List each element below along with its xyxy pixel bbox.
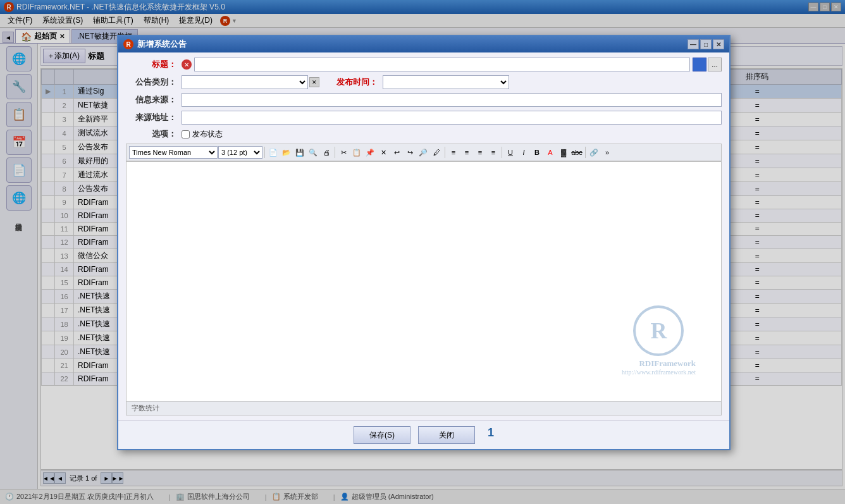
editor-btn-cut[interactable]: ✂ (337, 147, 350, 158)
source-url-input[interactable] (182, 111, 722, 125)
title-clear-btn[interactable]: ✕ (182, 59, 192, 70)
editor-btn-italic[interactable]: I (517, 147, 530, 158)
word-count-bar: 字数统计 (126, 402, 722, 415)
dialog-buttons: 保存(S) 关闭 1 (118, 421, 729, 449)
toolbar-sep-1 (264, 147, 265, 158)
dialog-close[interactable]: ✕ (713, 39, 724, 49)
dialog-maximize[interactable]: □ (700, 39, 712, 49)
watermark-text1: RDIFramework (622, 359, 696, 369)
title-color-btn[interactable] (693, 58, 706, 71)
dialog-title-icon: R (123, 39, 133, 49)
options-label: 选项： (126, 128, 176, 140)
editor-btn-justify[interactable]: ≡ (487, 147, 500, 158)
editor-btn-underline[interactable]: U (504, 147, 517, 158)
editor-btn-font-color[interactable]: A (544, 147, 557, 158)
editor-btn-save[interactable]: 💾 (293, 147, 306, 158)
watermark-logo: R (633, 305, 684, 356)
editor-btn-print[interactable]: 🖨 (320, 147, 333, 158)
close-button-dialog[interactable]: 关闭 (418, 426, 475, 444)
editor-btn-strikethrough[interactable]: abc (571, 147, 583, 158)
dialog-form: 标题： ✕ … 公告类别： ✕ 发布时间： (118, 52, 729, 421)
dialog-minimize[interactable]: — (688, 39, 699, 49)
editor-btn-open[interactable]: 📂 (280, 147, 293, 158)
new-announcement-dialog: R 新增系统公告 — □ ✕ 标题： ✕ … 公告类别： (117, 35, 731, 450)
dialog-title-bar: R 新增系统公告 — □ ✕ (118, 36, 729, 52)
editor-btn-paint[interactable]: 🖊 (430, 147, 443, 158)
publish-time-combobox (383, 75, 509, 89)
source-input[interactable] (182, 93, 722, 107)
publish-status-checkbox[interactable] (182, 130, 190, 138)
editor-btn-align-left[interactable]: ≡ (447, 147, 460, 158)
title-dots-btn[interactable]: … (708, 58, 722, 71)
title-label: 标题： (126, 59, 176, 70)
toolbar-sep-2 (335, 147, 335, 158)
editor-btn-paste[interactable]: 📌 (364, 147, 376, 158)
toolbar-sep-4 (502, 147, 502, 158)
editor-btn-more[interactable]: » (601, 147, 614, 158)
editor-btn-delete[interactable]: ✕ (377, 147, 390, 158)
publish-time-select[interactable] (383, 75, 509, 89)
title-row: 标题： ✕ … (126, 58, 722, 71)
dialog-page-info: 1 (488, 426, 494, 444)
watermark: R RDIFramework http://www.rdiframework.n… (622, 305, 696, 376)
category-label: 公告类别： (126, 77, 176, 88)
save-button[interactable]: 保存(S) (354, 426, 410, 444)
editor-toolbar: Times New Roman 3 (12 pt) 📄 📂 💾 🔍 🖨 ✂ 📋 … (126, 144, 722, 161)
editor-btn-find[interactable]: 🔎 (417, 147, 429, 158)
toolbar-sep-3 (445, 147, 445, 158)
publish-status-label: 发布状态 (192, 129, 223, 140)
source-row: 信息来源： (126, 93, 722, 107)
editor-btn-undo[interactable]: ↩ (390, 147, 403, 158)
editor-btn-redo[interactable]: ↪ (404, 147, 416, 158)
editor-btn-align-center[interactable]: ≡ (460, 147, 473, 158)
options-row: 选项： 发布状态 (126, 128, 722, 140)
source-url-row: 来源地址： (126, 111, 722, 125)
title-input[interactable] (194, 58, 690, 71)
category-row: 公告类别： ✕ 发布时间： (126, 75, 722, 89)
publish-time-label: 发布时间： (327, 77, 378, 88)
editor-btn-link[interactable]: 🔗 (588, 147, 600, 158)
watermark-text2: http://www.rdiframework.net (622, 369, 696, 376)
dialog-title: 新增系统公告 (137, 39, 187, 50)
font-size-select[interactable]: 3 (12 pt) (218, 146, 262, 159)
editor-btn-preview[interactable]: 🔍 (307, 147, 319, 158)
editor-btn-copy[interactable]: 📋 (350, 147, 363, 158)
dialog-overlay: R 新增系统公告 — □ ✕ 标题： ✕ … 公告类别： (0, 0, 845, 504)
word-count-label: 字数统计 (132, 404, 159, 412)
category-combobox: ✕ (182, 75, 319, 89)
editor-btn-bold[interactable]: B (531, 147, 543, 158)
dialog-title-controls: — □ ✕ (688, 39, 724, 49)
source-label: 信息来源： (126, 94, 176, 106)
category-select[interactable] (182, 75, 308, 89)
toolbar-sep-5 (585, 147, 586, 158)
font-name-select[interactable]: Times New Roman (129, 146, 218, 159)
source-url-label: 来源地址： (126, 112, 176, 123)
category-clear[interactable]: ✕ (309, 77, 319, 87)
editor-btn-new[interactable]: 📄 (267, 147, 280, 158)
editor-btn-align-right[interactable]: ≡ (474, 147, 486, 158)
editor-btn-highlight[interactable]: ▓ (557, 147, 570, 158)
rich-text-editor[interactable]: R RDIFramework http://www.rdiframework.n… (126, 161, 722, 402)
